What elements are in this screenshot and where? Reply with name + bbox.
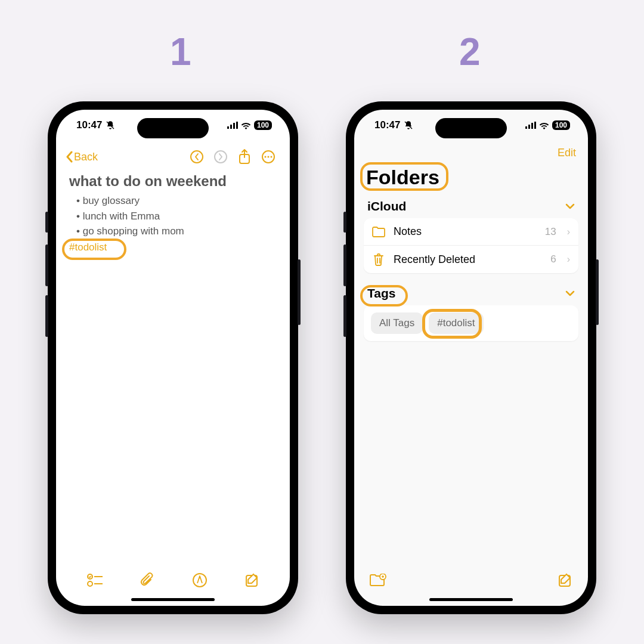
share-icon <box>238 149 251 165</box>
new-folder-icon <box>370 574 386 587</box>
trash-icon <box>372 253 385 266</box>
chevron-right-icon: › <box>567 254 570 265</box>
clock: 10:47 <box>374 119 400 131</box>
tag-todolist[interactable]: #todolist <box>429 312 483 334</box>
chevron-down-icon <box>565 203 575 209</box>
clock: 10:47 <box>76 119 102 131</box>
svg-point-6 <box>215 151 227 163</box>
page-title: Folders <box>366 166 439 189</box>
svg-rect-21 <box>531 123 533 129</box>
note-title: what to do on weekend <box>69 173 277 190</box>
folder-row-deleted[interactable]: Recently Deleted 6 › <box>364 246 578 273</box>
hashtag-chip[interactable]: #todolist <box>69 242 107 253</box>
svg-point-14 <box>88 581 92 586</box>
bullet-item: lunch with Emma <box>69 209 277 224</box>
home-indicator[interactable] <box>429 598 513 601</box>
svg-rect-3 <box>233 123 235 129</box>
svg-point-9 <box>265 156 267 158</box>
folder-count: 6 <box>550 253 556 265</box>
svg-point-5 <box>191 151 203 163</box>
step-label-1: 1 <box>170 30 191 74</box>
tags-header: Tags <box>367 286 395 301</box>
dnd-icon <box>106 120 115 130</box>
back-button[interactable]: Back <box>66 151 98 163</box>
phone-frame-2: 10:47 100 Edit Folders iCloud <box>346 101 596 614</box>
folder-row-notes[interactable]: Notes 13 › <box>364 218 578 246</box>
redo-button[interactable] <box>209 150 233 164</box>
chevron-left-icon <box>66 151 73 163</box>
svg-point-11 <box>271 156 273 158</box>
compose-icon <box>245 573 259 587</box>
undo-icon <box>190 150 204 164</box>
share-button[interactable] <box>233 149 256 165</box>
compose-button[interactable] <box>245 573 259 587</box>
cellular-icon <box>525 122 536 129</box>
folder-label: Notes <box>394 225 537 238</box>
svg-rect-4 <box>236 122 238 129</box>
battery-indicator: 100 <box>254 120 272 130</box>
note-toolbar: Back <box>56 144 290 169</box>
svg-rect-20 <box>528 125 530 129</box>
tag-all[interactable]: All Tags <box>371 312 423 334</box>
svg-rect-22 <box>534 122 536 129</box>
dnd-icon <box>404 120 413 130</box>
svg-rect-1 <box>227 126 229 129</box>
checklist-button[interactable] <box>87 573 103 587</box>
folder-icon <box>372 227 385 237</box>
redo-icon <box>213 150 228 164</box>
wifi-icon <box>539 122 549 129</box>
new-folder-button[interactable] <box>370 574 386 587</box>
svg-rect-19 <box>525 126 527 129</box>
markup-button[interactable] <box>192 572 208 588</box>
phone-frame-1: 10:47 100 Back <box>48 101 298 614</box>
attach-button[interactable] <box>140 572 154 588</box>
chevron-right-icon: › <box>567 227 570 237</box>
paperclip-icon <box>140 572 154 588</box>
collapse-toggle[interactable] <box>565 203 575 209</box>
collapse-toggle[interactable] <box>565 290 575 296</box>
step-label-2: 2 <box>459 30 481 74</box>
markup-icon <box>192 572 208 588</box>
wifi-icon <box>241 122 251 129</box>
note-body[interactable]: what to do on weekend buy glossary lunch… <box>69 173 277 253</box>
edit-button[interactable]: Edit <box>558 147 576 159</box>
dynamic-island <box>137 118 209 138</box>
dynamic-island <box>435 118 507 138</box>
cellular-icon <box>227 122 238 129</box>
home-indicator[interactable] <box>131 598 215 601</box>
compose-icon <box>558 573 572 587</box>
chevron-down-icon <box>565 290 575 296</box>
more-button[interactable] <box>256 150 280 164</box>
svg-rect-2 <box>230 125 232 129</box>
bullet-item: go shopping with mom <box>69 224 277 239</box>
icloud-header: iCloud <box>367 199 406 213</box>
folders-bottom-toolbar <box>354 564 588 600</box>
icloud-section: iCloud Notes 13 › Recently Deleted 6 › <box>364 199 578 273</box>
svg-point-10 <box>268 156 270 158</box>
note-bottom-toolbar <box>56 564 290 600</box>
folder-count: 13 <box>545 226 556 238</box>
battery-indicator: 100 <box>552 120 570 130</box>
bullet-item: buy glossary <box>69 193 277 209</box>
undo-button[interactable] <box>185 150 209 164</box>
folder-label: Recently Deleted <box>394 253 542 266</box>
more-icon <box>261 150 275 164</box>
back-label: Back <box>74 151 98 163</box>
compose-button[interactable] <box>558 573 572 587</box>
checklist-icon <box>87 573 103 587</box>
tags-section: Tags All Tags #todolist <box>364 286 578 341</box>
